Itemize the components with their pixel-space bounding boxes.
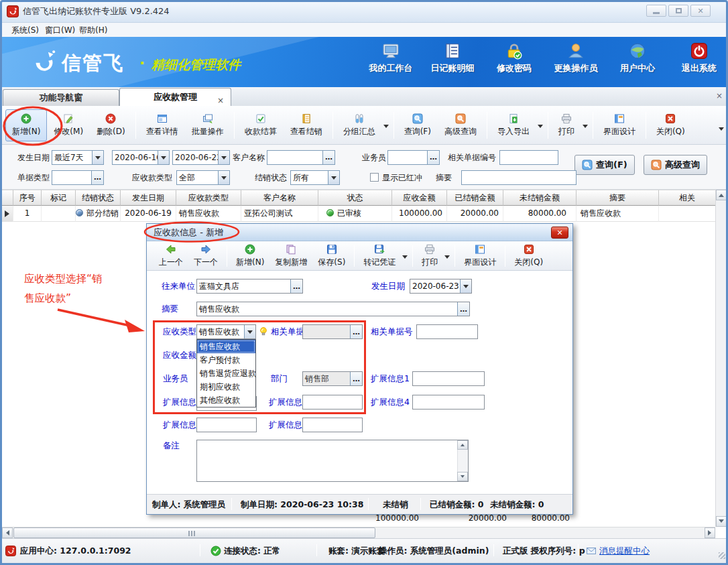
dialog-print-button[interactable]: 打印 bbox=[416, 241, 443, 271]
tab-nav-window[interactable]: 功能导航窗 bbox=[3, 89, 119, 106]
col-amount[interactable]: 应收金额 bbox=[392, 190, 447, 206]
dialog-close-button[interactable]: ✕ bbox=[551, 227, 568, 239]
salesman-filter-input[interactable] bbox=[387, 150, 440, 165]
resize-grip-icon[interactable] bbox=[719, 552, 725, 559]
new-button[interactable]: 新增(N) bbox=[5, 109, 47, 141]
doc-type-input[interactable] bbox=[52, 170, 104, 185]
close-button[interactable]: ✕ bbox=[690, 5, 711, 17]
save-button[interactable]: 保存(S) bbox=[312, 241, 351, 271]
chevron-down-icon[interactable] bbox=[328, 171, 339, 184]
copy-new-button[interactable]: 复制新增 bbox=[269, 241, 312, 271]
dialog-ui-design-button[interactable]: 界面设计 bbox=[459, 241, 501, 271]
print-dropdown-icon[interactable] bbox=[583, 125, 588, 131]
type-option[interactable]: 其他应收款 bbox=[197, 393, 255, 407]
horizontal-scrollbar[interactable] bbox=[2, 527, 715, 538]
scrollbar-thumb[interactable] bbox=[13, 527, 375, 538]
receive-settle-button[interactable]: 收款结算 bbox=[238, 109, 284, 141]
type-option-selected[interactable]: 销售应收款 bbox=[197, 340, 255, 353]
ext6-input[interactable] bbox=[302, 418, 363, 432]
import-export-button[interactable]: 导入导出 bbox=[491, 109, 536, 141]
menu-help[interactable]: 帮助(H) bbox=[79, 25, 107, 36]
col-customer[interactable]: 客户名称 bbox=[241, 190, 318, 206]
banner-action-password[interactable]: 修改密码 bbox=[492, 42, 536, 74]
banner-action-workbench[interactable]: 我的工作台 bbox=[369, 42, 413, 74]
dialog-new-button[interactable]: 新增(N) bbox=[231, 241, 269, 271]
close-tab-button[interactable]: 关闭(Q) bbox=[650, 109, 692, 141]
chevron-down-icon[interactable] bbox=[460, 279, 471, 293]
table-row[interactable]: 1 部分结销 2020-06-19 销售应收款 亚拓公司测试 已审核 10000… bbox=[1, 206, 716, 222]
date-to-select[interactable]: 2020-06-23 bbox=[172, 150, 230, 165]
lookup-dots-icon[interactable] bbox=[290, 279, 302, 293]
col-date[interactable]: 发生日期 bbox=[121, 190, 176, 206]
dialog-title-bar[interactable]: 应收款信息 - 新增 ✕ bbox=[147, 224, 572, 241]
scroll-up-icon[interactable] bbox=[716, 190, 727, 200]
col-settled[interactable]: 已结销金额 bbox=[447, 190, 503, 206]
remark-scrollbar[interactable] bbox=[457, 440, 468, 481]
date-from-select[interactable]: 2020-06-16 bbox=[112, 150, 170, 165]
lookup-dots-icon[interactable] bbox=[350, 372, 362, 385]
dialog-close-tab-button[interactable]: 关闭(Q) bbox=[509, 241, 548, 271]
chevron-down-icon[interactable] bbox=[218, 171, 229, 184]
ext5-input[interactable] bbox=[196, 418, 257, 432]
col-summary[interactable]: 摘要 bbox=[577, 190, 659, 206]
lookup-dots-icon[interactable] bbox=[350, 325, 362, 338]
view-settle-button[interactable]: 查看结销 bbox=[284, 109, 329, 141]
col-settle-status[interactable]: 结销状态 bbox=[76, 190, 121, 206]
type-option[interactable]: 客户预付款 bbox=[197, 353, 255, 367]
ext3-input[interactable] bbox=[302, 395, 363, 410]
print-dropdown-icon[interactable] bbox=[444, 255, 450, 261]
query-action-button[interactable]: 查询(F) bbox=[574, 155, 635, 175]
batch-operate-button[interactable]: 批量操作 bbox=[185, 109, 231, 141]
maximize-button[interactable] bbox=[668, 5, 688, 17]
print-button[interactable]: 打印 bbox=[552, 109, 581, 141]
lookup-dots-icon[interactable] bbox=[91, 171, 103, 184]
query-button[interactable]: 查询(F) bbox=[398, 109, 438, 141]
partner-input[interactable]: 蓝猫文具店 bbox=[196, 279, 303, 294]
vertical-scrollbar[interactable] bbox=[715, 190, 726, 527]
chevron-down-icon[interactable] bbox=[158, 151, 169, 164]
type-option[interactable]: 销售退货应退款 bbox=[197, 367, 255, 380]
adv-query-action-button[interactable]: 高级查询 bbox=[644, 155, 707, 175]
chevron-down-icon[interactable] bbox=[244, 325, 255, 338]
col-status[interactable]: 状态 bbox=[318, 190, 392, 206]
delete-button[interactable]: 删除(D) bbox=[90, 109, 132, 141]
next-button[interactable]: 下一个 bbox=[188, 241, 223, 271]
recv-type-select[interactable]: 全部 bbox=[176, 170, 230, 185]
banner-action-exit[interactable]: 退出系统 bbox=[677, 42, 721, 74]
group-summary-dropdown-icon[interactable] bbox=[383, 125, 389, 131]
banner-action-journal[interactable]: 日记账明细 bbox=[430, 42, 475, 74]
col-related[interactable]: 相关 bbox=[659, 190, 716, 206]
lookup-dots-icon[interactable] bbox=[427, 151, 439, 164]
chevron-down-icon[interactable] bbox=[92, 151, 103, 164]
menu-system[interactable]: 系统(S) bbox=[11, 25, 39, 36]
dialog-summary-input[interactable]: 销售应收款 bbox=[196, 302, 470, 316]
scroll-down-icon[interactable] bbox=[457, 472, 468, 481]
chevron-down-icon[interactable] bbox=[218, 151, 229, 164]
voucher-dropdown-icon[interactable] bbox=[402, 255, 408, 261]
show-red-checkbox[interactable] bbox=[370, 173, 379, 182]
lookup-dots-icon[interactable] bbox=[322, 151, 335, 164]
col-unsettled[interactable]: 未结销金额 bbox=[503, 190, 577, 206]
type-option[interactable]: 期初应收款 bbox=[197, 380, 255, 393]
tabstrip-close-icon[interactable]: × bbox=[716, 91, 723, 101]
ref-doc-no-input[interactable] bbox=[416, 324, 478, 339]
edit-button[interactable]: 修改(M) bbox=[47, 109, 90, 141]
tab-receivables[interactable]: 应收款管理 × bbox=[119, 88, 231, 106]
lookup-dots-icon[interactable] bbox=[457, 302, 469, 316]
to-voucher-button[interactable]: 转记凭证 bbox=[358, 241, 401, 271]
col-mark[interactable]: 标记 bbox=[42, 190, 76, 206]
toolbar-overflow-icon[interactable] bbox=[719, 127, 724, 133]
menu-window[interactable]: 窗口(W) bbox=[45, 25, 75, 36]
ext4-input[interactable] bbox=[412, 395, 485, 410]
banner-action-operator[interactable]: 更换操作员 bbox=[554, 42, 598, 74]
minimize-button[interactable] bbox=[646, 5, 666, 17]
ui-design-button[interactable]: 界面设计 bbox=[597, 109, 642, 141]
summary-filter-input[interactable] bbox=[461, 170, 577, 185]
message-center-link[interactable]: 消息提醒中心 bbox=[599, 546, 650, 557]
dialog-date-select[interactable]: 2020-06-23 bbox=[410, 279, 472, 294]
ref-no-filter-input[interactable] bbox=[499, 150, 558, 165]
scroll-up-icon[interactable] bbox=[457, 440, 468, 450]
recv-type-combo[interactable]: 销售应收款 bbox=[196, 324, 256, 339]
banner-action-usercenter[interactable]: 用户中心 bbox=[615, 42, 660, 74]
settle-status-select[interactable]: 所有 bbox=[290, 170, 340, 185]
